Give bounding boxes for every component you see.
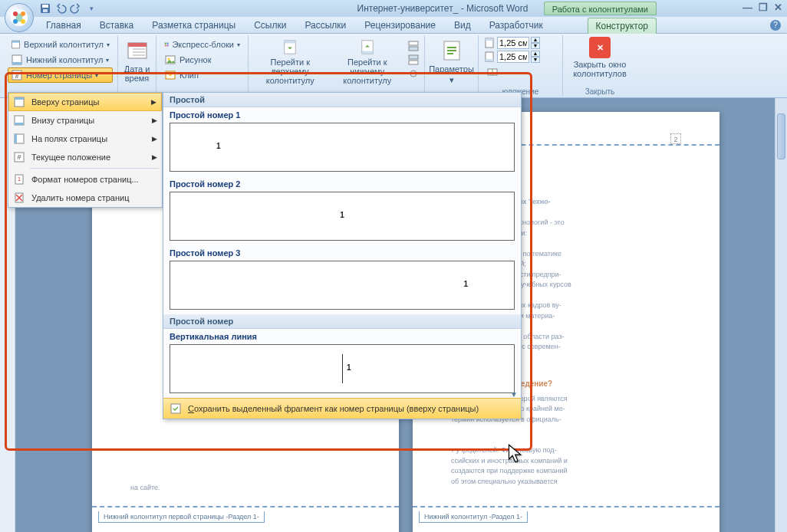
svg-rect-47 <box>15 134 17 143</box>
gallery-save-selection[interactable]: Сохранить выделенный фрагмент как номер … <box>163 398 521 419</box>
close-hf-label: Закрыть окно колонтитулов <box>568 60 632 78</box>
picture-label: Рисунок <box>179 55 212 64</box>
svg-rect-15 <box>128 43 147 47</box>
dd-remove-numbers[interactable]: Удалить номера страниц <box>8 189 162 207</box>
dd-remove-numbers-label: Удалить номера страниц <box>31 193 130 202</box>
express-blocks-button[interactable]: Экспресс-блоки▾ <box>161 37 243 52</box>
undo-icon[interactable] <box>54 2 68 15</box>
date-time-button[interactable]: Дата и время <box>119 37 156 84</box>
dd-page-margins-label: На полях страницы <box>31 134 107 143</box>
header-top-label: Верхний колонтитул <box>24 40 104 49</box>
svg-rect-32 <box>409 47 418 51</box>
svg-rect-39 <box>486 59 493 61</box>
gallery-item-2[interactable]: 1 <box>170 192 515 241</box>
quick-access-toolbar: ▾ <box>38 2 98 15</box>
tab-home[interactable]: Главная <box>38 18 89 33</box>
gallery-item-3[interactable]: 1 <box>170 261 515 310</box>
gallery-scroll-down-icon[interactable]: ▼ <box>510 390 518 399</box>
gallery-category-plain: Простой номер <box>163 314 521 329</box>
gallery-category-simple: Простой <box>163 93 521 107</box>
prev-section-icon[interactable] <box>407 40 420 52</box>
gallery-item-1[interactable]: 1 <box>170 123 515 172</box>
dd-page-margins[interactable]: На полях страницы▶ <box>8 130 162 148</box>
close-group-label: Закрыть <box>563 87 637 96</box>
tab-page-layout[interactable]: Разметка страницы <box>144 18 243 33</box>
close-window-button[interactable]: ✕ <box>774 2 782 13</box>
gallery-item-vline[interactable]: 1 <box>170 344 515 393</box>
page-number-dropdown: Вверху страницы▶ Внизу страницы▶ На поля… <box>8 92 163 208</box>
next-section-icon[interactable] <box>407 54 420 66</box>
gallery-item-vline-title: Вертикальная линия <box>163 329 521 344</box>
tab-references[interactable]: Ссылки <box>246 18 294 33</box>
gallery-save-selection-label: Сохранить выделенный фрагмент как номер … <box>188 404 479 413</box>
spin-up-icon[interactable]: ▲ <box>531 51 540 57</box>
spin-up-icon[interactable]: ▲ <box>531 37 540 43</box>
contextual-tab-group-label: Работа с колонтитулами <box>544 2 657 15</box>
page-number-button[interactable]: #Номер страницы▾ <box>8 67 113 83</box>
header-from-top-spinner[interactable]: ▲▼ <box>483 37 558 49</box>
dd-top-of-page-label: Вверху страницы <box>31 97 99 107</box>
clip-button[interactable]: Клип <box>161 67 243 83</box>
svg-rect-28 <box>285 41 295 44</box>
goto-footer-button[interactable]: Перейти к нижнему колонтитулу <box>331 37 405 87</box>
parameters-button[interactable]: Параметры▾ <box>426 37 477 87</box>
help-icon[interactable]: ? <box>770 20 781 31</box>
svg-rect-43 <box>15 97 24 100</box>
svg-rect-21 <box>165 44 166 46</box>
page-number-field[interactable]: 2 <box>670 133 681 144</box>
svg-rect-11 <box>12 62 21 64</box>
tab-view[interactable]: Вид <box>446 18 479 33</box>
svg-rect-30 <box>362 51 373 54</box>
ribbon-tabs: Главная Вставка Разметка страницы Ссылки… <box>0 17 787 34</box>
svg-rect-7 <box>43 9 48 12</box>
svg-point-2 <box>21 11 25 16</box>
title-bar: ▾ Интернет-университет_ - Microsoft Word… <box>0 0 787 17</box>
link-prev-icon[interactable] <box>407 67 420 80</box>
svg-rect-37 <box>486 38 493 41</box>
doc-text: об этом специально указывается <box>451 477 681 488</box>
page-number-gallery: Простой Простой номер 1 1 Простой номер … <box>163 92 522 419</box>
tab-insert[interactable]: Вставка <box>92 18 142 33</box>
align-tab-button[interactable] <box>483 64 558 80</box>
express-blocks-label: Экспресс-блоки <box>172 40 234 49</box>
vertical-scrollbar[interactable] <box>775 98 787 532</box>
picture-button[interactable]: Рисунок <box>161 52 243 67</box>
close-hf-icon[interactable]: ✕ <box>589 37 611 58</box>
qat-customize-icon[interactable]: ▾ <box>84 2 98 15</box>
svg-rect-31 <box>409 41 418 45</box>
dd-top-of-page[interactable]: Вверху страницы▶ <box>8 93 162 111</box>
office-button[interactable] <box>5 3 34 32</box>
minimize-button[interactable]: — <box>743 2 752 13</box>
tab-developer[interactable]: Разработчик <box>482 18 551 33</box>
header-bottom-button[interactable]: Нижний колонтитул▾ <box>8 52 113 67</box>
header-top-button[interactable]: Верхний колонтитул▾ <box>8 37 113 52</box>
tab-mailings[interactable]: Рассылки <box>297 18 354 33</box>
svg-point-3 <box>13 19 18 24</box>
spin-down-icon[interactable]: ▼ <box>531 57 540 63</box>
svg-point-26 <box>169 73 172 76</box>
svg-rect-19 <box>165 43 166 44</box>
goto-header-button[interactable]: Перейти к верхнему колонтитулу <box>253 37 328 87</box>
dd-current-position[interactable]: # Текущее положение▶ <box>8 148 162 166</box>
doc-text: т учредителей. Финансовую под- <box>451 445 681 456</box>
dd-format-numbers-label: Формат номеров страниц... <box>31 175 139 184</box>
parameters-label: Параметры <box>429 64 474 74</box>
tab-design-tool[interactable]: Конструктор <box>588 18 657 34</box>
header-from-top-input[interactable] <box>497 37 529 49</box>
dd-format-numbers[interactable]: 1 Формат номеров страниц... <box>8 170 162 189</box>
restore-button[interactable]: ❐ <box>759 2 768 13</box>
dd-bottom-of-page[interactable]: Внизу страницы▶ <box>8 111 162 130</box>
tab-review[interactable]: Рецензирование <box>357 18 443 33</box>
window-title: Интернет-университет_ - Microsoft Word <box>357 3 529 14</box>
svg-rect-20 <box>167 43 169 44</box>
spin-down-icon[interactable]: ▼ <box>531 43 540 49</box>
scrollbar-thumb[interactable] <box>777 113 785 159</box>
gallery-item-3-title: Простой номер 3 <box>163 245 521 261</box>
date-time-label: Дата и время <box>123 64 151 83</box>
svg-rect-22 <box>167 44 169 46</box>
footer-from-bottom-spinner[interactable]: ▲▼ <box>483 51 558 63</box>
save-icon[interactable] <box>38 2 52 15</box>
redo-icon[interactable] <box>69 2 83 15</box>
footer-from-bottom-input[interactable] <box>497 51 529 63</box>
doc-text: создаются при поддержке компаний <box>451 466 681 477</box>
